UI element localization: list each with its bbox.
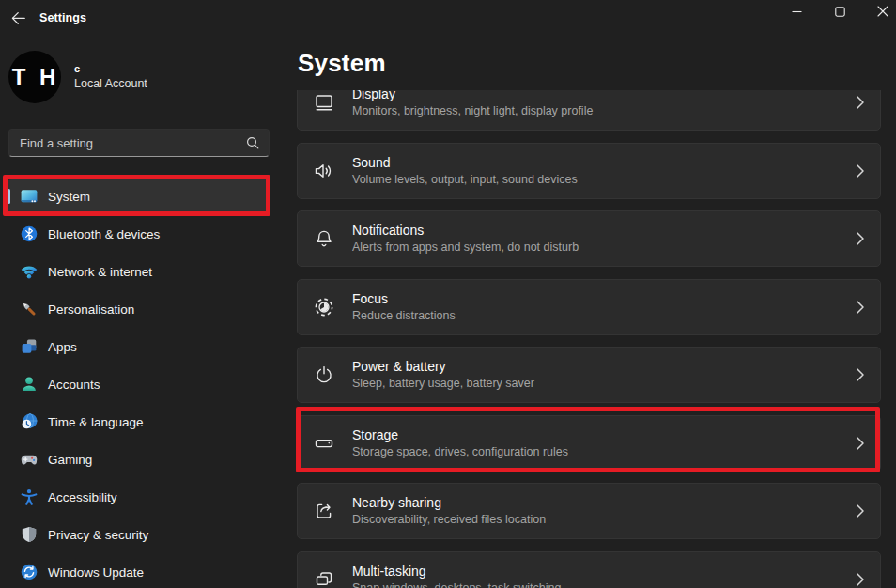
account-name: c <box>74 63 147 75</box>
power-icon <box>313 364 335 386</box>
card-multi-tasking[interactable]: Multi-tasking Snap windows, desktops, ta… <box>297 551 881 588</box>
card-subtitle: Sleep, battery usage, battery saver <box>352 376 857 392</box>
card-subtitle: Monitors, brightness, night light, displ… <box>352 103 857 119</box>
sidebar-item-privacy-security[interactable]: Privacy & security <box>8 518 270 551</box>
sidebar-item-label: Accounts <box>48 378 100 392</box>
sidebar-item-network-internet[interactable]: Network & internet <box>8 255 270 288</box>
sidebar-item-label: Bluetooth & devices <box>48 227 160 241</box>
accounts-icon <box>21 376 38 393</box>
gaming-icon <box>21 451 38 468</box>
card-power-battery[interactable]: Power & battery Sleep, battery usage, ba… <box>297 347 881 403</box>
privacy-icon <box>21 526 38 543</box>
chevron-right-icon <box>857 368 864 381</box>
account-info[interactable]: T H c Local Account <box>8 51 147 103</box>
sidebar-item-system[interactable]: System <box>8 179 270 213</box>
system-icon <box>21 188 38 205</box>
sidebar-item-label: Personalisation <box>48 302 134 317</box>
sidebar-item-label: Accessibility <box>48 490 117 504</box>
account-type: Local Account <box>74 76 147 92</box>
avatar-initials: T H <box>10 64 60 90</box>
time-language-icon <box>21 413 38 430</box>
card-subtitle: Reduce distractions <box>352 308 857 324</box>
card-storage[interactable]: Storage Storage space, drives, configura… <box>297 415 881 472</box>
maximize-icon <box>835 7 845 17</box>
card-title: Power & battery <box>352 358 857 376</box>
titlebar: Settings <box>0 0 896 30</box>
sidebar-item-bluetooth-devices[interactable]: Bluetooth & devices <box>8 217 270 251</box>
avatar: T H <box>8 51 61 103</box>
sidebar-item-time-language[interactable]: Time & language <box>8 405 270 439</box>
nearby-sharing-icon <box>313 500 335 522</box>
settings-card-list: Display Monitors, brightness, night ligh… <box>297 90 881 588</box>
card-title: Nearby sharing <box>352 494 857 512</box>
card-title: Notifications <box>352 222 857 240</box>
search-box <box>8 129 270 157</box>
sidebar-nav: System Bluetooth & devices Network & int… <box>8 179 270 588</box>
card-title: Sound <box>352 154 857 172</box>
sidebar-item-label: Network & internet <box>48 265 152 279</box>
network-icon <box>21 263 38 280</box>
sidebar-item-label: Privacy & security <box>48 528 148 542</box>
card-focus[interactable]: Focus Reduce distractions <box>297 279 881 335</box>
windows-update-icon <box>21 564 38 580</box>
sidebar-item-accessibility[interactable]: Accessibility <box>8 480 270 514</box>
card-subtitle: Alerts from apps and system, do not dist… <box>352 240 857 255</box>
chevron-right-icon <box>857 301 864 314</box>
sidebar-item-personalisation[interactable]: Personalisation <box>8 292 270 326</box>
card-title: Focus <box>352 290 857 308</box>
bluetooth-icon <box>21 225 38 242</box>
card-title: Storage <box>352 426 857 444</box>
card-sound[interactable]: Sound Volume levels, output, input, soun… <box>297 143 881 199</box>
accessibility-icon <box>21 488 38 505</box>
close-icon <box>877 6 888 17</box>
chevron-right-icon <box>857 232 864 245</box>
sound-icon <box>313 160 335 182</box>
chevron-right-icon <box>857 96 864 109</box>
storage-icon <box>313 432 335 455</box>
display-icon <box>313 91 335 114</box>
sidebar-item-apps[interactable]: Apps <box>8 330 270 364</box>
chevron-right-icon <box>857 437 864 450</box>
personalisation-icon <box>21 301 38 317</box>
window-controls <box>775 0 896 23</box>
page-title: System <box>298 49 386 78</box>
card-title: Multi-tasking <box>352 563 857 580</box>
selected-indicator-pill <box>8 189 10 204</box>
minimize-button[interactable] <box>775 0 818 23</box>
settings-window: Settings T H c Loc <box>0 0 896 588</box>
chevron-right-icon <box>857 164 864 178</box>
sidebar-item-windows-update[interactable]: Windows Update <box>8 555 270 588</box>
card-subtitle: Snap windows, desktops, task switching <box>352 580 857 588</box>
sidebar-item-label: Windows Update <box>48 565 144 580</box>
back-arrow-icon <box>10 10 26 26</box>
window-title: Settings <box>39 11 86 24</box>
focus-icon <box>313 296 335 318</box>
account-text: c Local Account <box>74 63 147 92</box>
card-subtitle: Storage space, drives, configuration rul… <box>352 444 857 460</box>
maximize-button[interactable] <box>818 0 861 23</box>
apps-icon <box>21 338 38 355</box>
notifications-icon <box>313 227 335 250</box>
search-icon[interactable] <box>246 136 259 149</box>
multitasking-icon <box>313 568 335 588</box>
close-button[interactable] <box>861 0 896 23</box>
card-title: Display <box>352 90 857 103</box>
card-display[interactable]: Display Monitors, brightness, night ligh… <box>297 90 881 131</box>
card-notifications[interactable]: Notifications Alerts from apps and syste… <box>297 210 881 267</box>
card-nearby-sharing[interactable]: Nearby sharing Discoverability, received… <box>297 483 881 539</box>
search-input[interactable] <box>9 136 246 150</box>
sidebar-item-label: Time & language <box>48 415 144 429</box>
chevron-right-icon <box>857 504 864 518</box>
sidebar-item-label: Gaming <box>48 453 92 467</box>
sidebar-item-label: Apps <box>48 340 77 354</box>
sidebar-item-label: System <box>48 190 90 204</box>
sidebar-item-gaming[interactable]: Gaming <box>8 442 270 476</box>
card-subtitle: Volume levels, output, input, sound devi… <box>352 172 857 188</box>
chevron-right-icon <box>857 573 864 586</box>
sidebar-item-accounts[interactable]: Accounts <box>8 367 270 401</box>
minimize-icon <box>792 7 802 17</box>
card-subtitle: Discoverability, received files location <box>352 512 857 528</box>
back-button[interactable] <box>4 4 32 32</box>
